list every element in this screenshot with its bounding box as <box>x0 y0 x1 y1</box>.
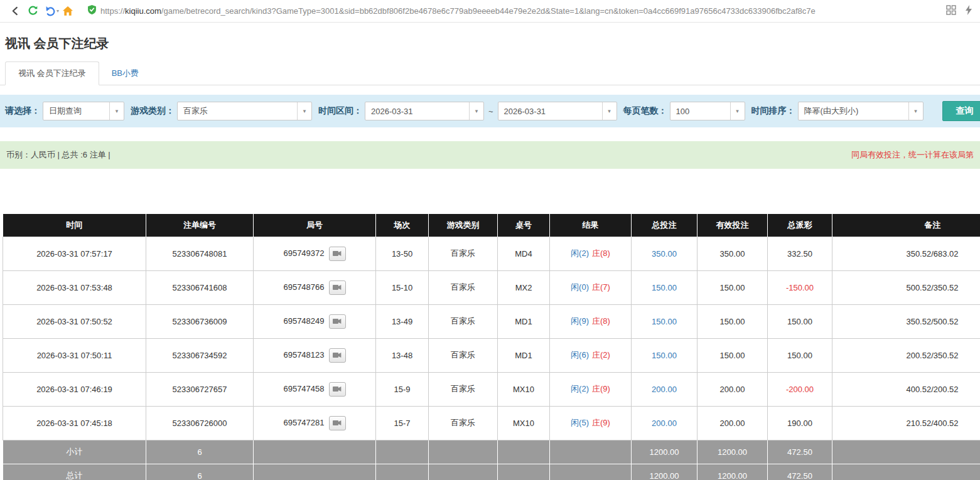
page-size-select[interactable]: 100 ▾ <box>670 102 745 120</box>
cell-remark: 350.52/683.02 <box>832 237 980 270</box>
game-type-value: 百家乐 <box>178 105 213 117</box>
game-type-select[interactable]: 百家乐 ▾ <box>177 102 312 120</box>
video-replay-button[interactable] <box>329 416 346 430</box>
home-icon[interactable] <box>59 3 77 20</box>
video-replay-button[interactable] <box>329 382 346 397</box>
chevron-down-icon[interactable]: ▾ <box>602 102 617 120</box>
cell-session: 13-48 <box>376 338 429 372</box>
video-replay-button[interactable] <box>329 348 346 363</box>
tab-bb-tips[interactable]: BB小费 <box>99 62 151 85</box>
cell-total-bet[interactable]: 150.00 <box>632 270 697 304</box>
cell-game-type: 百家乐 <box>429 372 498 406</box>
cell-total-bet[interactable]: 200.00 <box>632 406 697 440</box>
cell-round-number: 695748766 <box>254 270 376 304</box>
result-banker: 庄(8) <box>592 248 610 258</box>
tab-bet-records[interactable]: 视讯 会员下注纪录 <box>5 61 99 85</box>
back-icon[interactable] <box>6 3 24 20</box>
speed-lightning-icon[interactable] <box>965 5 972 18</box>
empty-cell <box>254 440 376 464</box>
result-player: 闲(9) <box>571 316 589 326</box>
result-player: 闲(2) <box>571 384 589 393</box>
filter-bar: 请选择： 日期查询 ▾ 游戏类别： 百家乐 ▾ 时间区间： 2026-03-31… <box>0 95 980 127</box>
chevron-down-icon[interactable]: ▾ <box>469 102 483 120</box>
subtotal-valid-bet: 1200.00 <box>697 440 768 464</box>
total-valid-bet: 1200.00 <box>697 464 768 480</box>
cell-game-type: 百家乐 <box>429 237 498 270</box>
cell-valid-bet: 150.00 <box>697 304 768 338</box>
page-size-label: 每页笔数： <box>623 105 667 117</box>
cell-table-number: MD1 <box>498 338 550 372</box>
cell-valid-bet: 200.00 <box>697 372 768 406</box>
cell-round-number: 695749372 <box>254 237 376 270</box>
cell-payout: 150.00 <box>768 338 832 372</box>
cell-bet-number: 523306736009 <box>146 304 254 338</box>
cell-table-number: MD4 <box>498 237 550 270</box>
cell-valid-bet: 350.00 <box>697 237 768 270</box>
date-to-input[interactable]: 2026-03-31 ▾ <box>498 102 617 120</box>
table-row: 2026-03-31 07:57:17 523306748081 6957493… <box>3 237 980 270</box>
result-player: 闲(5) <box>571 418 589 427</box>
date-mode-value: 日期查询 <box>43 105 87 117</box>
empty-cell <box>254 464 376 480</box>
split-screen-grid-icon[interactable] <box>946 5 956 18</box>
shield-icon <box>88 5 96 17</box>
cell-bet-number: 523306734592 <box>146 338 254 372</box>
url-text: https://kiqiiu.com/game/betrecord_search… <box>100 6 816 16</box>
column-header: 有效投注 <box>697 214 768 237</box>
cell-payout: 332.50 <box>768 237 832 270</box>
chevron-down-icon[interactable]: ▾ <box>297 102 311 120</box>
video-replay-button[interactable] <box>329 247 346 261</box>
cell-table-number: MX10 <box>498 406 550 440</box>
empty-cell <box>498 440 550 464</box>
cell-payout: -200.00 <box>768 372 832 406</box>
sort-order-select[interactable]: 降幂(由大到小) ▾ <box>798 102 923 120</box>
empty-cell <box>376 440 429 464</box>
date-from-input[interactable]: 2026-03-31 ▾ <box>365 102 484 120</box>
date-mode-select[interactable]: 日期查询 ▾ <box>43 102 124 120</box>
cell-game-type: 百家乐 <box>429 304 498 338</box>
camera-icon <box>333 249 342 259</box>
empty-cell <box>429 440 498 464</box>
empty-cell <box>498 464 550 480</box>
cell-time: 2026-03-31 07:53:48 <box>3 270 146 304</box>
cell-total-bet[interactable]: 200.00 <box>632 372 697 406</box>
empty-cell <box>832 440 980 464</box>
cell-total-bet[interactable]: 150.00 <box>632 304 697 338</box>
table-body: 2026-03-31 07:57:17 523306748081 6957493… <box>3 237 980 440</box>
camera-icon <box>333 385 342 394</box>
notice-text: 同局有效投注，统一计算在该局第 <box>851 149 974 161</box>
cell-remark: 350.52/500.52 <box>832 304 980 338</box>
cell-remark: 200.52/350.52 <box>832 338 980 372</box>
camera-icon <box>333 317 342 326</box>
video-replay-button[interactable] <box>329 314 346 329</box>
video-replay-button[interactable] <box>329 280 346 295</box>
cell-bet-number: 523306748081 <box>146 237 254 270</box>
table-row: 2026-03-31 07:46:19 523306727657 6957474… <box>3 372 980 406</box>
chevron-down-icon[interactable]: ▾ <box>730 102 745 120</box>
round-number: 695748766 <box>283 282 324 291</box>
cell-round-number: 695748249 <box>254 304 376 338</box>
cell-payout: 190.00 <box>768 406 832 440</box>
cell-session: 13-50 <box>376 237 429 270</box>
cell-result: 闲(2)庄(9) <box>550 372 632 406</box>
refresh-icon[interactable] <box>24 3 41 20</box>
column-header: 局号 <box>254 214 376 237</box>
chevron-down-icon[interactable]: ▾ <box>109 102 124 120</box>
table-header-row: 时间注单编号局号场次游戏类别桌号结果总投注有效投注总派彩备注 <box>3 214 980 237</box>
subtotal-count: 6 <box>146 440 254 464</box>
search-button[interactable]: 查询 <box>942 101 980 121</box>
cell-remark: 400.52/200.52 <box>832 372 980 406</box>
cell-time: 2026-03-31 07:57:17 <box>3 237 146 270</box>
chevron-down-icon[interactable]: ▾ <box>908 102 923 120</box>
game-type-label: 游戏类别： <box>131 105 175 117</box>
cell-total-bet[interactable]: 350.00 <box>632 237 697 270</box>
bet-records-table: 时间注单编号局号场次游戏类别桌号结果总投注有效投注总派彩备注 2026-03-3… <box>3 214 980 480</box>
table-row: 2026-03-31 07:50:52 523306736009 6957482… <box>3 304 980 338</box>
cell-bet-number: 523306741608 <box>146 270 254 304</box>
url-bar[interactable]: https://kiqiiu.com/game/betrecord_search… <box>83 3 940 20</box>
total-payout: 472.50 <box>768 464 832 480</box>
column-header: 场次 <box>376 214 429 237</box>
result-player: 闲(2) <box>571 248 589 258</box>
cell-session: 15-10 <box>376 270 429 304</box>
cell-total-bet[interactable]: 150.00 <box>632 338 697 372</box>
